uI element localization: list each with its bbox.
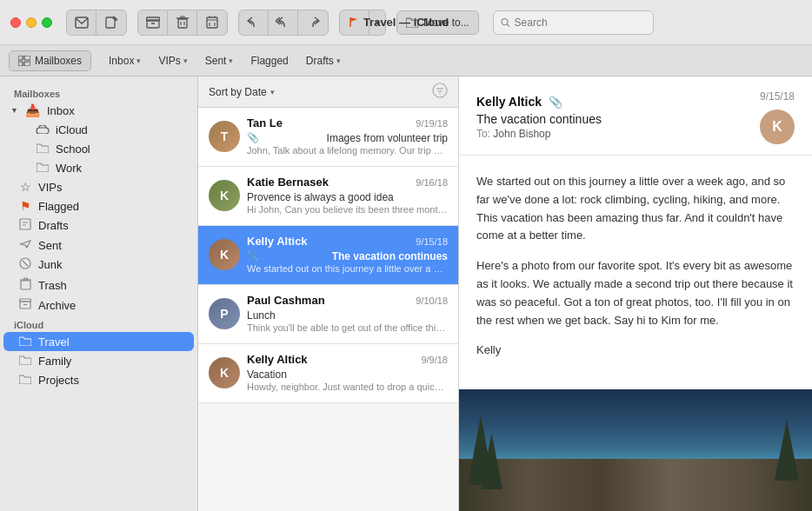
sidebar-item-family[interactable]: Family [3, 351, 194, 370]
svg-rect-10 [181, 17, 184, 18]
sidebar-item-projects[interactable]: Projects [3, 370, 194, 389]
sidebar-item-school[interactable]: School [3, 139, 194, 158]
reading-body: We started out on this journey a little … [459, 156, 812, 389]
svg-rect-25 [37, 128, 49, 134]
svg-rect-21 [18, 56, 23, 60]
svg-rect-8 [178, 19, 187, 28]
sidebar-item-work[interactable]: Work [3, 158, 194, 177]
search-box[interactable] [493, 10, 654, 35]
sidebar-item-icloud[interactable]: iCloud [3, 120, 194, 139]
email-sender: Kelly Altick [247, 353, 308, 366]
icloud-label: iCloud [56, 123, 187, 136]
email-preview: We started out on this journey a little … [247, 263, 448, 274]
sort-button[interactable]: Sort by Date ▾ [209, 86, 275, 98]
sidebar-item-junk[interactable]: Junk [3, 255, 194, 275]
fullscreen-button[interactable] [42, 17, 52, 28]
email-item[interactable]: K Kelly Altick 9/9/18 Vacation Howdy, ne… [198, 344, 458, 403]
reading-pane: Kelly Altick 📎 The vacation continues To… [459, 76, 812, 511]
email-item[interactable]: K Kelly Altick 9/15/18 📎 The vacation co… [198, 226, 458, 285]
forward-button[interactable] [298, 10, 328, 35]
reply-button[interactable] [239, 10, 269, 35]
email-date: 9/9/18 [421, 355, 448, 365]
inbox-tab-chevron: ▾ [136, 56, 141, 65]
family-folder-icon [17, 354, 33, 368]
tab-inbox[interactable]: Inbox ▾ [102, 51, 148, 70]
svg-point-38 [433, 83, 447, 97]
mail-icon-button[interactable] [67, 10, 97, 35]
svg-rect-24 [24, 62, 30, 66]
reply-group [238, 10, 329, 36]
reading-sender-row: Kelly Altick 📎 The vacation continues To… [476, 90, 795, 144]
tab-flagged[interactable]: Flagged [243, 51, 295, 70]
email-date: 9/16/18 [416, 177, 448, 188]
sidebar-item-trash[interactable]: Trash [3, 275, 194, 295]
email-subject: Images from volunteer trip [327, 132, 448, 144]
projects-folder-icon [17, 373, 33, 387]
close-button[interactable] [10, 17, 21, 28]
email-subject: Lunch [247, 309, 276, 322]
filter-icon[interactable] [432, 83, 448, 101]
junk-button[interactable] [197, 10, 227, 35]
email-date: 9/15/18 [416, 236, 448, 247]
junk-label: Junk [38, 258, 187, 271]
avatar: K [209, 357, 240, 388]
sidebar-item-sent[interactable]: Sent [3, 236, 194, 255]
svg-rect-6 [146, 17, 159, 21]
email-item[interactable]: P Paul Cashman 9/10/18 Lunch Think you'l… [198, 285, 458, 344]
mailboxes-section-label: Mailboxes [0, 83, 197, 101]
avatar: K [209, 239, 240, 270]
sidebar-item-travel[interactable]: Travel [3, 332, 194, 351]
email-preview: Think you'll be able to get out of the o… [247, 322, 448, 333]
reading-photo [459, 389, 812, 511]
search-input[interactable] [515, 17, 646, 29]
email-subject: Vacation [247, 368, 287, 381]
inbox-group-toggle[interactable]: ▼ 📥 Inbox [3, 101, 194, 120]
reading-avatar: K [760, 110, 795, 144]
delete-button[interactable] [168, 10, 197, 35]
sidebar-item-drafts[interactable]: Drafts [3, 216, 194, 236]
svg-line-20 [507, 23, 509, 26]
drafts-tab-label: Drafts [306, 55, 334, 67]
photo-tree-3 [775, 420, 799, 481]
svg-rect-0 [76, 17, 88, 28]
svg-line-31 [23, 261, 28, 266]
tab-vips[interactable]: VIPs ▾ [151, 51, 194, 70]
attachment-icon: 📎 [247, 250, 259, 262]
svg-rect-23 [24, 56, 30, 60]
trash-label: Trash [38, 279, 187, 292]
email-preview: Howdy, neighbor. Just wanted to drop a q… [247, 382, 448, 392]
body-paragraph-1: We started out on this journey a little … [476, 173, 795, 245]
reply-all-button[interactable] [269, 10, 298, 35]
sent-label: Sent [38, 239, 187, 252]
reading-sender-name: Kelly Altick [476, 95, 542, 109]
reading-to: To: John Bishop [476, 128, 751, 140]
svg-rect-36 [20, 299, 31, 302]
body-paragraph-2: Here's a photo from our favorite spot. I… [476, 257, 795, 329]
tab-sent[interactable]: Sent ▾ [198, 51, 241, 70]
projects-label: Projects [38, 374, 187, 387]
sidebar-item-flagged[interactable]: ⚑ Flagged [3, 196, 194, 216]
tab-mailboxes[interactable]: Mailboxes [9, 50, 91, 71]
icloud-icon [35, 123, 50, 136]
drafts-tab-chevron: ▾ [336, 56, 341, 65]
tab-drafts[interactable]: Drafts ▾ [299, 51, 348, 70]
search-icon [501, 17, 510, 28]
sort-chevron: ▾ [270, 88, 275, 96]
sent-icon [17, 238, 33, 252]
svg-line-29 [25, 245, 27, 248]
mailboxes-tab-label: Mailboxes [35, 55, 82, 67]
svg-rect-32 [21, 281, 30, 289]
trash-icon [17, 277, 33, 293]
email-preview: John, Talk about a lifelong memory. Our … [247, 145, 448, 156]
minimize-button[interactable] [26, 17, 37, 28]
archive-button[interactable] [138, 10, 168, 35]
sidebar-item-archive[interactable]: Archive [3, 295, 194, 315]
drafts-icon [17, 218, 33, 233]
travel-label: Travel [38, 335, 187, 348]
sidebar-item-vips[interactable]: ☆ VIPs [3, 177, 194, 196]
body-signature: Kelly [476, 342, 795, 360]
email-item[interactable]: T Tan Le 9/19/18 📎 Images from volunteer… [198, 108, 458, 167]
drafts-label: Drafts [38, 219, 187, 232]
email-item[interactable]: K Katie Bernasek 9/16/18 Provence is alw… [198, 167, 458, 226]
compose-button[interactable] [97, 10, 126, 35]
